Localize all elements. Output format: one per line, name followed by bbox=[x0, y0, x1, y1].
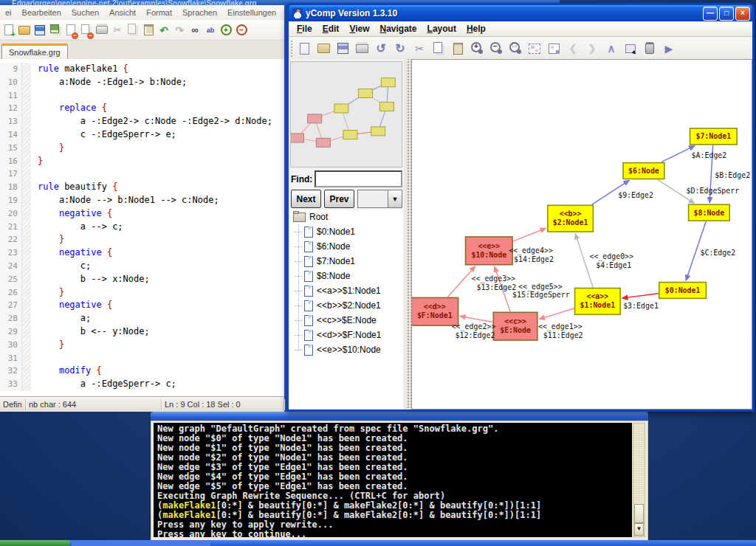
bookmark-margin[interactable] bbox=[22, 194, 31, 207]
close-button[interactable]: × bbox=[735, 7, 750, 21]
cut-icon[interactable] bbox=[411, 41, 427, 57]
save-icon[interactable] bbox=[334, 41, 351, 57]
menu-item-edit[interactable]: Edit bbox=[317, 24, 345, 34]
bookmark-margin[interactable] bbox=[22, 312, 31, 325]
bookmark-margin[interactable] bbox=[22, 299, 31, 312]
menu-item-einstellungen[interactable]: Einstellungen bbox=[222, 8, 281, 17]
bookmark-margin[interactable] bbox=[22, 325, 31, 339]
bookmark-margin[interactable] bbox=[22, 167, 31, 181]
menu-item-suchen[interactable]: Suchen bbox=[66, 8, 104, 17]
bookmark-margin[interactable] bbox=[22, 339, 31, 352]
new-file-icon[interactable] bbox=[2, 24, 16, 37]
tree-item[interactable]: <<d>>$F:Node1 bbox=[289, 328, 402, 342]
graph-edge[interactable] bbox=[622, 294, 659, 298]
menu-item-navigate[interactable]: Navigate bbox=[375, 24, 422, 34]
print-icon[interactable] bbox=[354, 41, 370, 57]
tree-root[interactable]: Root bbox=[289, 210, 402, 224]
start-button[interactable] bbox=[0, 540, 70, 546]
bookmark-margin[interactable] bbox=[22, 260, 31, 273]
menu-item-ansicht[interactable]: Ansicht bbox=[104, 8, 141, 17]
tree-item[interactable]: <<b>>$2:Node1 bbox=[289, 298, 402, 313]
bookmark-margin[interactable] bbox=[22, 128, 31, 142]
graph-node-$2:Node1[interactable]: <<b>>$2:Node1 bbox=[548, 205, 594, 232]
menu-item-sprachen[interactable]: Sprachen bbox=[177, 8, 222, 17]
tree-item[interactable]: <<c>>$E:Node bbox=[289, 313, 402, 328]
delete-icon[interactable] bbox=[642, 41, 658, 57]
pick-node-icon[interactable] bbox=[622, 41, 639, 57]
tree-item[interactable]: <<a>>$1:Node1 bbox=[289, 283, 402, 298]
graph-node-$F:Node1[interactable]: <<d>>$F:Node1 bbox=[412, 297, 458, 325]
play-icon[interactable] bbox=[661, 41, 677, 57]
menu-item-ei[interactable]: ei bbox=[0, 8, 17, 17]
graph-node-$1:Node1[interactable]: <<a>>$1:Node1 bbox=[575, 288, 621, 315]
find-input[interactable] bbox=[315, 170, 402, 187]
tree-item[interactable]: $8:Node bbox=[289, 269, 402, 283]
taskbar-task-button[interactable] bbox=[72, 540, 210, 546]
graph-node-$10:Node[interactable]: <<e>>$10:Node bbox=[466, 237, 513, 265]
graph-edge[interactable] bbox=[460, 317, 492, 322]
scrollbar-thumb[interactable] bbox=[634, 504, 644, 523]
menu-item-bearbeiten[interactable]: Bearbeiten bbox=[17, 8, 66, 17]
cut-icon[interactable] bbox=[111, 24, 124, 37]
graph-canvas[interactable]: $7:Node1$6:Node$8:Node<<b>>$2:Node1<<e>>… bbox=[411, 59, 752, 410]
open-icon[interactable] bbox=[315, 41, 331, 57]
bookmark-margin[interactable] bbox=[22, 221, 31, 234]
menu-item-format[interactable]: Format bbox=[141, 8, 177, 17]
undo-icon[interactable] bbox=[157, 24, 171, 37]
tree-item[interactable]: $7:Node1 bbox=[289, 254, 402, 269]
bookmark-margin[interactable] bbox=[22, 352, 31, 365]
bookmark-margin[interactable] bbox=[22, 102, 31, 115]
zoom-in-icon[interactable] bbox=[219, 24, 233, 37]
bookmark-margin[interactable] bbox=[22, 286, 31, 300]
tree-item[interactable]: $0:Node1 bbox=[289, 224, 402, 239]
save-all-icon[interactable] bbox=[49, 24, 62, 37]
layout-icon[interactable] bbox=[546, 41, 562, 57]
bookmark-margin[interactable] bbox=[22, 207, 31, 221]
zoom-fit-icon[interactable] bbox=[507, 41, 523, 57]
tree-item[interactable]: <<e>>$10:Node bbox=[289, 342, 402, 357]
bookmark-margin[interactable] bbox=[22, 89, 31, 103]
prev-button[interactable]: Prev bbox=[324, 190, 354, 208]
graph-overview-minimap[interactable] bbox=[290, 61, 402, 167]
minimize-button[interactable]: — bbox=[703, 7, 718, 21]
tree-item[interactable]: $6:Node bbox=[289, 239, 402, 254]
paste-icon[interactable] bbox=[142, 24, 155, 37]
copy-icon[interactable] bbox=[126, 24, 140, 37]
copy-icon[interactable] bbox=[430, 41, 447, 57]
graph-edge[interactable] bbox=[662, 145, 695, 162]
redo-icon[interactable] bbox=[392, 41, 408, 57]
bookmark-margin[interactable] bbox=[22, 181, 31, 194]
search-scope-combobox[interactable]: ▼ bbox=[357, 190, 402, 208]
close-doc-icon[interactable] bbox=[64, 24, 78, 37]
bookmark-margin[interactable] bbox=[22, 115, 31, 128]
graph-node-$0:Node1[interactable]: $0:Node1 bbox=[659, 283, 707, 299]
save-icon[interactable] bbox=[33, 24, 47, 37]
graph-edge[interactable] bbox=[539, 308, 574, 319]
graph-node-$E:Node[interactable]: <<c>>$E:Node bbox=[493, 312, 537, 340]
new-graph-icon[interactable] bbox=[296, 41, 312, 57]
close-all-icon[interactable] bbox=[80, 24, 93, 37]
open-folder-icon[interactable] bbox=[18, 24, 31, 37]
bookmark-margin[interactable] bbox=[22, 246, 31, 260]
undo-icon[interactable] bbox=[373, 41, 389, 57]
menu-item-layout[interactable]: Layout bbox=[422, 24, 461, 34]
bookmark-margin[interactable] bbox=[22, 273, 31, 286]
console-scrollbar[interactable]: ▼ bbox=[633, 423, 645, 537]
menu-item-help[interactable]: Help bbox=[461, 24, 491, 34]
bookmark-margin[interactable] bbox=[22, 76, 31, 89]
paste-icon[interactable] bbox=[450, 41, 466, 57]
bookmark-margin[interactable] bbox=[22, 233, 31, 246]
zoom-in-icon[interactable] bbox=[469, 41, 485, 57]
fit-window-icon[interactable] bbox=[526, 41, 543, 57]
maximize-button[interactable]: □ bbox=[719, 7, 734, 21]
replace-icon[interactable] bbox=[204, 24, 217, 37]
graph-edge[interactable] bbox=[575, 233, 593, 287]
bookmark-margin[interactable] bbox=[22, 155, 31, 168]
ycomp-titlebar[interactable]: yComp Version 1.3.10 — □ × bbox=[289, 5, 752, 21]
find-icon[interactable] bbox=[188, 24, 202, 37]
console-titlebar[interactable] bbox=[151, 412, 648, 421]
next-button[interactable]: Next bbox=[291, 190, 321, 208]
print-icon[interactable] bbox=[95, 24, 109, 37]
bookmark-margin[interactable] bbox=[22, 378, 31, 391]
chevron-down-icon[interactable]: ▼ bbox=[388, 190, 402, 207]
